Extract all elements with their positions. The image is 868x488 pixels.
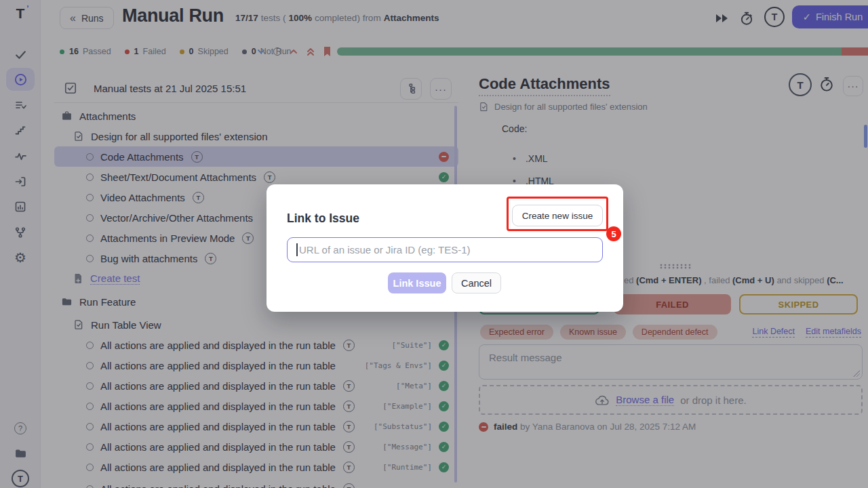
link-issue-button[interactable]: Link Issue xyxy=(388,272,446,293)
issue-url-input[interactable] xyxy=(287,237,603,262)
create-new-issue-button[interactable]: Create new issue xyxy=(512,205,603,226)
app-window: T' ⚙ ? T xyxy=(0,0,868,488)
link-to-issue-modal: Link to Issue Create new issue 5 Link Is… xyxy=(267,184,623,312)
modal-title: Link to Issue xyxy=(287,211,359,226)
text-caret xyxy=(296,243,298,256)
annotation-badge: 5 xyxy=(606,226,621,241)
cancel-button[interactable]: Cancel xyxy=(452,272,501,293)
